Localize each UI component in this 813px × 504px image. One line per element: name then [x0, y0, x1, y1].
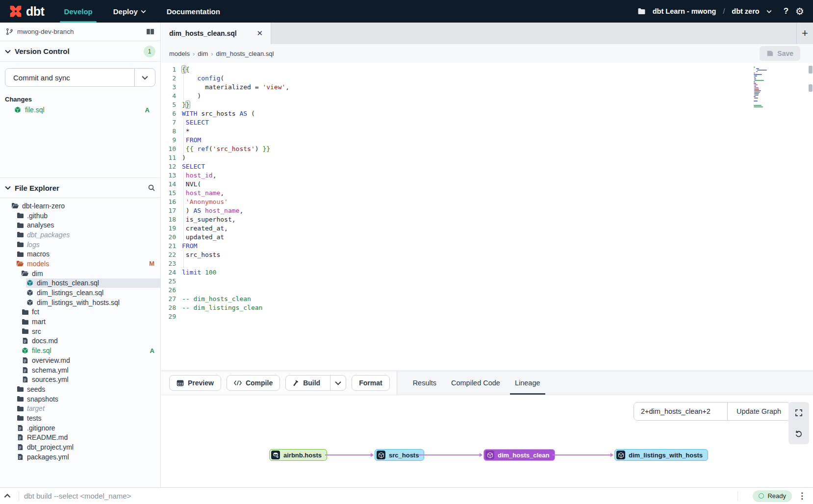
commit-options-button[interactable]	[134, 69, 155, 86]
build-options-button[interactable]	[330, 376, 346, 390]
version-control-header[interactable]: Version Control 1	[0, 41, 160, 62]
tree-item-docs.md[interactable]: docs.md	[0, 336, 160, 346]
cube-icon	[26, 289, 34, 296]
chevron-down-icon	[5, 50, 11, 53]
tree-item-overview.md[interactable]: overview.md	[0, 355, 160, 365]
dbt-logo[interactable]: dbt	[9, 4, 44, 19]
tree-item-packages.yml[interactable]: packages.yml	[0, 452, 160, 462]
tree-item-.gitignore[interactable]: .gitignore	[0, 423, 160, 433]
tree-item-label: dbt_packages	[27, 231, 70, 239]
update-graph-button[interactable]: Update Graph	[727, 403, 790, 420]
tree-item-mart[interactable]: mart	[0, 317, 160, 327]
code-line: 21FROM	[161, 242, 813, 251]
tree-item-src[interactable]: src	[0, 327, 160, 336]
commit-and-sync-button[interactable]: Commit and sync	[5, 69, 134, 86]
tree-item-snapshots[interactable]: snapshots	[0, 394, 160, 404]
lineage-node-airbnb.hosts[interactable]: airbnb.hosts	[269, 449, 327, 461]
tree-item-dbt_project.yml[interactable]: dbt_project.yml	[0, 442, 160, 452]
format-button[interactable]: Format	[352, 375, 389, 391]
tree-item-label: dim_listings_clean.sql	[37, 289, 103, 297]
new-tab-button[interactable]: +	[796, 23, 813, 44]
tree-item-models[interactable]: modelsM	[0, 259, 160, 269]
chevron-up-icon[interactable]	[0, 494, 15, 498]
logo-text: dbt	[26, 4, 44, 19]
project-name[interactable]: dbt Learn - mwong	[653, 7, 716, 15]
file-status-badge: M	[149, 260, 154, 267]
tree-item-logs[interactable]: logs	[0, 240, 160, 250]
tab-compiled-code[interactable]: Compiled Code	[451, 371, 500, 395]
tree-item-dim_listings_with_hosts.sql[interactable]: dim_listings_with_hosts.sql	[0, 298, 160, 307]
folder-icon	[21, 319, 29, 325]
lineage-panel: Update Graph airbnb.hostssrc_hostsdim_ho…	[161, 395, 813, 487]
lineage-node-dim_hosts_clean[interactable]: dim_hosts_clean	[483, 449, 555, 461]
code-lines: 1{{2 config(3 materialized = 'view',4 )5…	[161, 63, 813, 321]
compile-button[interactable]: Compile	[227, 375, 280, 391]
nav-develop[interactable]: Develop	[64, 0, 92, 23]
code-line: 1{{	[161, 65, 813, 74]
tree-item-dbt-learn-zero[interactable]: dbt-learn-zero	[0, 201, 160, 211]
tree-item-fct[interactable]: fct	[0, 307, 160, 317]
line-number: 8	[161, 127, 176, 136]
preview-button[interactable]: Preview	[169, 375, 221, 391]
tree-item-tests[interactable]: tests	[0, 413, 160, 423]
doc-icon	[16, 434, 24, 441]
nav-deploy[interactable]: Deploy	[113, 0, 146, 23]
code-editor[interactable]: 1{{2 config(3 materialized = 'view',4 )5…	[161, 63, 813, 371]
tree-item-analyses[interactable]: analyses	[0, 220, 160, 230]
tree-item-dim_listings_clean.sql[interactable]: dim_listings_clean.sql	[0, 288, 160, 298]
line-number: 19	[161, 224, 176, 233]
tree-item-sources.yml[interactable]: sources.yml	[0, 375, 160, 384]
lineage-node-src_hosts[interactable]: src_hosts	[375, 449, 424, 461]
kebab-menu-icon[interactable]: ⋮	[798, 491, 806, 501]
tree-item-dim[interactable]: dim	[0, 269, 160, 278]
chevron-down-icon	[141, 10, 146, 13]
lineage-selector-input[interactable]	[634, 403, 727, 420]
line-number: 14	[161, 180, 176, 189]
tree-item-schema.yml[interactable]: schema.yml	[0, 365, 160, 375]
tree-item-README.md[interactable]: README.md	[0, 433, 160, 443]
reset-view-icon[interactable]	[788, 423, 809, 444]
breadcrumb-file[interactable]: dim_hosts_clean.sql	[216, 50, 274, 57]
tree-item-file.sql[interactable]: file.sqlA	[0, 346, 160, 355]
environment-name[interactable]: dbt zero	[732, 7, 759, 15]
code-line: 10 {{ ref('src_hosts') }}	[161, 145, 813, 153]
breadcrumb-dim[interactable]: dim	[198, 50, 208, 57]
fullscreen-icon[interactable]	[788, 402, 809, 423]
command-input[interactable]	[23, 491, 734, 501]
minimap	[754, 67, 770, 109]
build-button[interactable]: Build	[286, 376, 326, 390]
changed-file-row[interactable]: file.sql A	[5, 105, 155, 115]
breadcrumb-models[interactable]: models	[169, 50, 190, 57]
tree-item-target[interactable]: target	[0, 403, 160, 413]
search-icon[interactable]	[148, 184, 155, 192]
scrollbar-thumb[interactable]	[809, 66, 813, 74]
tree-item-seeds[interactable]: seeds	[0, 384, 160, 394]
nav-documentation[interactable]: Documentation	[167, 0, 220, 23]
main-nav: Develop Deploy Documentation	[64, 0, 220, 23]
tab-dim-hosts-clean[interactable]: dim_hosts_clean.sql ✕	[161, 23, 271, 44]
docs-icon[interactable]	[146, 28, 154, 35]
save-button[interactable]: Save	[760, 46, 800, 61]
file-explorer-header[interactable]: File Explorer	[0, 177, 160, 198]
tree-item-dbt_packages[interactable]: dbt_packages	[0, 230, 160, 240]
folder-icon	[16, 251, 24, 257]
tab-lineage[interactable]: Lineage	[515, 371, 540, 395]
doc-icon	[21, 357, 29, 364]
status-badge: Ready	[753, 490, 792, 502]
tree-item-.github[interactable]: .github	[0, 211, 160, 221]
tree-item-dim_hosts_clean.sql[interactable]: dim_hosts_clean.sql	[0, 278, 160, 288]
line-number: 29	[161, 312, 176, 321]
tree-item-label: .gitignore	[27, 424, 55, 432]
close-icon[interactable]: ✕	[256, 29, 263, 38]
breadcrumb-separator: ›	[193, 50, 195, 57]
branch-bar[interactable]: mwong-dev-branch	[0, 23, 160, 41]
tree-item-macros[interactable]: macros	[0, 249, 160, 259]
gear-icon[interactable]: ⚙	[795, 6, 804, 16]
code-line: 18 is_superhost,	[161, 215, 813, 224]
cube-icon	[377, 451, 385, 459]
folder-icon	[16, 241, 24, 248]
tab-results[interactable]: Results	[413, 371, 436, 395]
help-icon[interactable]: ?	[784, 6, 788, 16]
code-line: 2 config(	[161, 74, 813, 83]
lineage-node-dim_listings_with_hosts[interactable]: dim_listings_with_hosts	[614, 449, 708, 461]
